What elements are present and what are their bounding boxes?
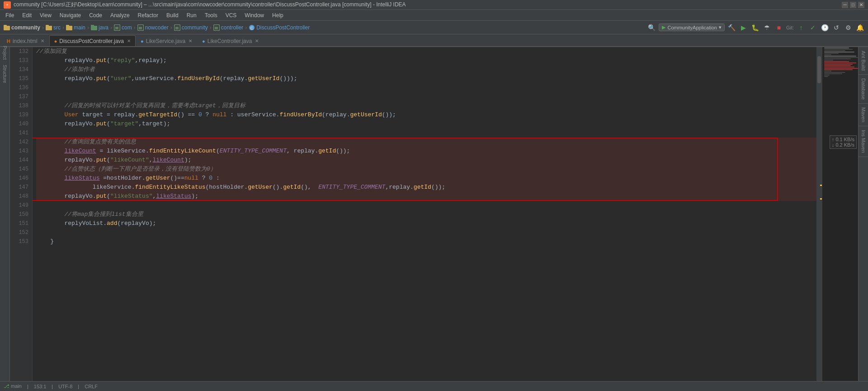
debug-icon[interactable]: 🐛 bbox=[751, 23, 760, 32]
menu-tools[interactable]: Tools bbox=[201, 11, 221, 19]
code-line-150: //将map集合撞到list集合里 bbox=[36, 210, 816, 219]
minimize-button[interactable]: ─ bbox=[842, 2, 848, 8]
code-line-137 bbox=[36, 92, 816, 101]
maximize-button[interactable]: □ bbox=[850, 2, 856, 8]
community2-package-icon bbox=[174, 24, 180, 31]
status-separator-1: | bbox=[27, 384, 28, 389]
java-orange-icon: ● bbox=[54, 38, 57, 44]
minimap bbox=[822, 47, 858, 391]
code-line-140: replayVo.put("target",target); bbox=[36, 119, 816, 129]
settings-icon[interactable]: ⚙ bbox=[844, 23, 853, 32]
controller-package-icon bbox=[213, 24, 220, 31]
svg-rect-16 bbox=[175, 28, 179, 29]
menu-window[interactable]: Window bbox=[241, 11, 268, 19]
src-folder-icon bbox=[46, 24, 52, 31]
menu-vcs[interactable]: VCS bbox=[222, 11, 241, 19]
menu-bar: File Edit View Navigate Code Analyze Ref… bbox=[0, 10, 868, 21]
code-line-139: User target = replay.getTargetId() == 0 … bbox=[36, 110, 816, 119]
maven-panel-1[interactable]: Maven bbox=[859, 104, 868, 126]
build-project-icon[interactable]: 🔨 bbox=[727, 23, 736, 32]
code-line-132: //添加回复 bbox=[36, 47, 816, 56]
tab-label-index: index.html bbox=[13, 38, 38, 44]
svg-rect-2 bbox=[46, 26, 52, 30]
menu-analyze[interactable]: Analyze bbox=[107, 11, 133, 19]
rollback-icon[interactable]: ↺ bbox=[832, 23, 841, 32]
search-everywhere-icon[interactable]: 🔍 bbox=[647, 23, 656, 32]
window-controls: ─ □ ✕ bbox=[842, 2, 864, 8]
maven-panel-2[interactable]: Ins Maven bbox=[859, 126, 868, 157]
class-icon: C bbox=[249, 24, 255, 31]
tab-close-like-controller[interactable]: ✕ bbox=[255, 38, 259, 43]
status-separator-2: | bbox=[52, 384, 53, 389]
ant-build-panel[interactable]: Ant Build bbox=[859, 47, 868, 75]
run-config-selector[interactable]: ▶ CommunityApplication ▾ bbox=[659, 24, 724, 31]
tab-discuss-post-controller[interactable]: ● DiscussPostController.java ✕ bbox=[49, 35, 136, 46]
tab-like-controller[interactable]: ● LikeController.java ✕ bbox=[197, 35, 264, 46]
run-icon[interactable]: ▶ bbox=[739, 23, 748, 32]
database-panel[interactable]: Database bbox=[859, 75, 868, 104]
com-package-icon bbox=[114, 24, 120, 31]
main-layout: Project Structure 132 133 134 135 136 13… bbox=[0, 47, 868, 391]
tab-like-service[interactable]: ● LikeService.java ✕ bbox=[136, 35, 197, 46]
menu-build[interactable]: Build bbox=[163, 11, 182, 19]
breadcrumb-controller[interactable]: controller bbox=[221, 24, 243, 31]
tab-index-html[interactable]: H index.html ✕ bbox=[2, 35, 49, 46]
status-bar: ⎇ main | 153:1 | UTF-8 | CRLF bbox=[0, 381, 868, 391]
left-sidebar: Project Structure bbox=[0, 47, 10, 391]
code-line-133: replayVo.put("reply",replay); bbox=[36, 56, 816, 65]
java-blue-icon-1: ● bbox=[141, 38, 144, 44]
tabs-bar: H index.html ✕ ● DiscussPostController.j… bbox=[0, 34, 868, 47]
menu-help[interactable]: Help bbox=[269, 11, 287, 19]
code-line-152 bbox=[36, 228, 816, 237]
scroll-thumb[interactable] bbox=[817, 56, 821, 83]
breadcrumb-com[interactable]: com bbox=[122, 24, 132, 31]
menu-run[interactable]: Run bbox=[183, 11, 200, 19]
close-button[interactable]: ✕ bbox=[858, 2, 864, 8]
encoding-status: UTF-8 bbox=[58, 384, 72, 389]
breadcrumb-community2[interactable]: community bbox=[182, 24, 208, 31]
code-line-146: likeStatus =hostHolder.getUser()==null ?… bbox=[36, 174, 816, 183]
svg-rect-9 bbox=[115, 27, 118, 28]
main-folder-icon bbox=[66, 24, 72, 31]
code-line-141 bbox=[36, 129, 816, 138]
breadcrumb-java[interactable]: java bbox=[99, 24, 108, 31]
editor-area[interactable]: 132 133 134 135 136 137 138 139 140 141 … bbox=[10, 47, 858, 391]
tab-label-like-controller: LikeController.java bbox=[208, 38, 252, 44]
code-line-147: likeService.findEntityLikeStatus(hostHol… bbox=[36, 183, 816, 192]
git-commit-icon[interactable]: ✓ bbox=[808, 23, 817, 32]
menu-code[interactable]: Code bbox=[85, 11, 106, 19]
breadcrumb-main[interactable]: main bbox=[74, 24, 85, 31]
tab-close-like-service[interactable]: ✕ bbox=[189, 38, 192, 43]
svg-text:C: C bbox=[250, 26, 254, 30]
scrollbar-right[interactable] bbox=[816, 47, 822, 391]
notifications-icon[interactable]: 🔔 bbox=[855, 23, 864, 32]
git-push-icon[interactable]: ↑ bbox=[797, 23, 806, 32]
tab-close-discuss[interactable]: ✕ bbox=[127, 38, 131, 43]
code-content[interactable]: //添加回复 replayVo.put("reply",replay); //添… bbox=[33, 47, 816, 391]
svg-rect-4 bbox=[66, 26, 72, 30]
nav-bar: community › src › main › java › com › no… bbox=[0, 21, 868, 34]
breadcrumb-nowcoder[interactable]: nowcoder bbox=[145, 24, 169, 31]
java-folder-icon bbox=[91, 24, 97, 31]
stop-icon[interactable]: ■ bbox=[774, 23, 783, 32]
code-line-151: replyVoList.add(replayVo); bbox=[36, 219, 816, 228]
menu-edit[interactable]: Edit bbox=[19, 11, 35, 19]
menu-navigate[interactable]: Navigate bbox=[56, 11, 85, 19]
upload-speed: ↑ 0.1 KB/s bbox=[832, 137, 854, 142]
sidebar-project-icon[interactable]: Project bbox=[1, 49, 9, 57]
svg-rect-19 bbox=[215, 28, 218, 29]
line-sep-status: CRLF bbox=[85, 384, 98, 389]
sidebar-structure-icon[interactable]: Structure bbox=[1, 70, 9, 78]
tab-close-index[interactable]: ✕ bbox=[41, 38, 44, 43]
breadcrumb-community[interactable]: community bbox=[11, 24, 40, 31]
git-history-icon[interactable]: 🕐 bbox=[820, 23, 829, 32]
nav-right-controls: 🔍 ▶ CommunityApplication ▾ 🔨 ▶ 🐛 ☂ ■ Git… bbox=[647, 23, 864, 32]
code-line-144: replayVo.put("likeCount",likeCount); bbox=[36, 156, 816, 165]
menu-file[interactable]: File bbox=[2, 11, 18, 19]
breadcrumb-class[interactable]: DiscussPostController bbox=[256, 24, 310, 31]
network-speed: ↑ 0.1 KB/s ↓ 0.2 KB/s bbox=[830, 135, 857, 149]
breadcrumb-src[interactable]: src bbox=[53, 24, 61, 31]
menu-refactor[interactable]: Refactor bbox=[134, 11, 162, 19]
coverage-icon[interactable]: ☂ bbox=[763, 23, 772, 32]
menu-view[interactable]: View bbox=[36, 11, 55, 19]
